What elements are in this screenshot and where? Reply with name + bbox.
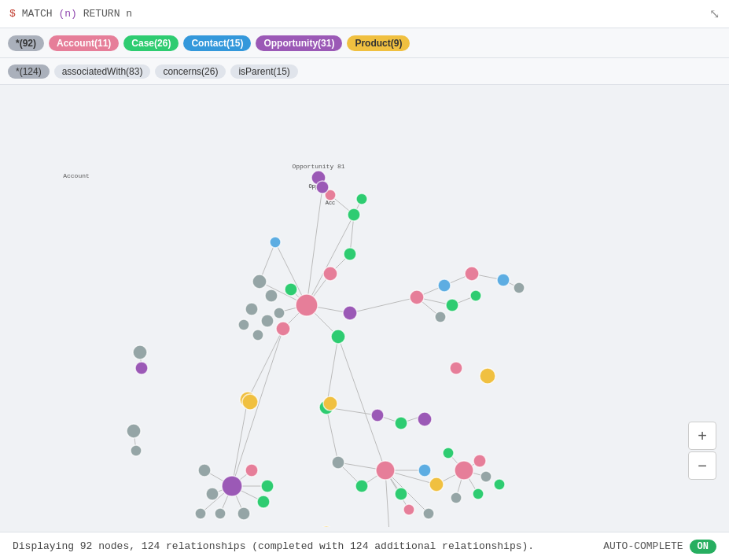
svg-point-95 [222,476,242,496]
node-bl-gray4[interactable] [237,507,250,520]
rel-chip-isparent[interactable]: isParent(15) [230,64,297,79]
node-iso-purple1[interactable] [135,362,148,374]
node-pink-1[interactable] [323,267,337,281]
node-bl-gray3[interactable] [215,508,226,519]
filter-chip-case[interactable]: Case(26) [123,35,179,51]
svg-point-86 [514,282,525,293]
graph-nodes[interactable]: Opp 81 Acc [127,171,525,527]
query-bar: $ MATCH (n) RETURN n ⤡ [0,0,729,28]
svg-point-71 [274,308,285,319]
node-contact-1[interactable] [270,237,281,248]
node-br-yellow[interactable] [429,477,444,492]
svg-point-81 [446,299,458,311]
node-midright-yellow[interactable] [480,368,495,384]
node-central-hub[interactable] [296,294,318,316]
rel-chip-associatedwith[interactable]: associatedWith(83) [54,64,151,79]
svg-point-64 [348,208,360,221]
svg-point-77 [331,330,345,344]
node-yellow-mid[interactable] [323,396,337,411]
node-bl-hub[interactable] [222,476,242,496]
node-gray-5[interactable] [274,308,285,319]
node-iso-gray2[interactable] [127,424,141,438]
node-green-2[interactable] [331,330,345,344]
node-mid-purple[interactable] [371,409,384,422]
svg-point-119 [455,461,473,480]
node-gray-4[interactable] [261,315,274,327]
filter-chip-opportunity[interactable]: Opportunity(31) [256,35,342,51]
node-mid-yellow[interactable] [319,526,333,527]
node-gray-7[interactable] [252,330,263,341]
svg-point-101 [261,480,274,492]
node-fr-green3[interactable] [494,479,505,490]
toggle-on-badge[interactable]: ON [690,540,716,554]
node-midright-purple[interactable] [418,412,432,426]
rel-chip-concerns[interactable]: concerns(26) [155,64,226,79]
node-br-gray1[interactable] [423,508,434,519]
svg-point-94 [319,526,333,527]
node-ctr-green[interactable] [285,283,297,296]
node-bl-pink1[interactable] [245,464,258,477]
node-br-green2[interactable] [395,488,407,500]
node-br-green1[interactable] [355,480,368,492]
node-iso-gray3[interactable] [131,445,142,456]
autocomplete-toggle[interactable]: AUTO-COMPLETE ON [603,540,716,554]
node-gray-2[interactable] [265,289,278,302]
node-fr-hub[interactable] [455,461,473,480]
node-gray-1[interactable] [252,274,267,289]
filter-chip-contact[interactable]: Contact(15) [183,35,251,51]
zoom-out-button[interactable]: − [688,451,716,480]
filter-chip-account[interactable]: Account(11) [49,35,119,51]
node-gray-3[interactable] [245,303,258,315]
node-right-blue2[interactable] [497,274,510,286]
node-mid-green2[interactable] [395,417,407,429]
svg-point-79 [410,290,424,304]
svg-point-72 [238,319,249,330]
node-bl-gray2[interactable] [206,488,219,500]
svg-point-113 [355,480,368,492]
node-case-top1[interactable] [356,193,367,204]
node-br-hub[interactable] [376,461,395,480]
node-gray-6[interactable] [238,319,249,330]
node-mid-gray[interactable] [332,456,344,469]
node-fr-green2[interactable] [473,488,484,499]
minimize-button[interactable]: ⤡ [709,6,720,21]
filter-chip-product[interactable]: Product(9) [347,35,410,51]
rel-chip-all[interactable]: *(124) [8,64,50,79]
node-fr-gray2[interactable] [451,492,462,503]
node-br-blue[interactable] [418,464,431,477]
svg-point-66 [296,294,318,316]
svg-point-69 [245,303,258,315]
node-right-green1[interactable] [446,299,458,311]
node-right-pink2[interactable] [465,267,479,281]
node-right-green2[interactable] [470,290,481,301]
node-yellow-left[interactable] [242,394,258,410]
svg-point-68 [265,289,278,302]
node-fr-gray1[interactable] [480,471,492,482]
node-right-gray1[interactable] [435,311,446,322]
node-fr-pink1[interactable] [473,455,486,467]
filter-chip-all[interactable]: *(92) [8,35,44,51]
node-opportunity-1[interactable] [316,181,329,193]
node-bl-gray1[interactable] [198,464,211,477]
svg-line-39 [326,407,338,462]
node-bl-green1[interactable] [257,496,270,508]
node-midright-pink[interactable] [450,362,462,374]
node-bl-green2[interactable] [261,480,274,492]
svg-point-93 [332,456,344,469]
node-fr-green1[interactable] [443,448,454,459]
node-ctr-pink[interactable] [276,322,290,336]
node-br-pink1[interactable] [403,504,414,515]
node-case-1[interactable] [348,208,360,221]
svg-point-84 [470,290,481,301]
node-right-gray2[interactable] [514,282,525,293]
node-green-1[interactable] [344,248,356,260]
zoom-in-button[interactable]: + [688,422,716,450]
node-bl-gray5[interactable] [195,508,206,519]
graph-canvas[interactable]: Opp 81 Acc [0,85,729,527]
node-right-blue1[interactable] [438,279,451,292]
node-right-pink1[interactable] [410,290,424,304]
node-iso-gray1[interactable] [133,345,147,359]
svg-point-131 [323,396,337,411]
node-purple-1[interactable] [343,306,357,320]
svg-point-124 [451,492,462,503]
